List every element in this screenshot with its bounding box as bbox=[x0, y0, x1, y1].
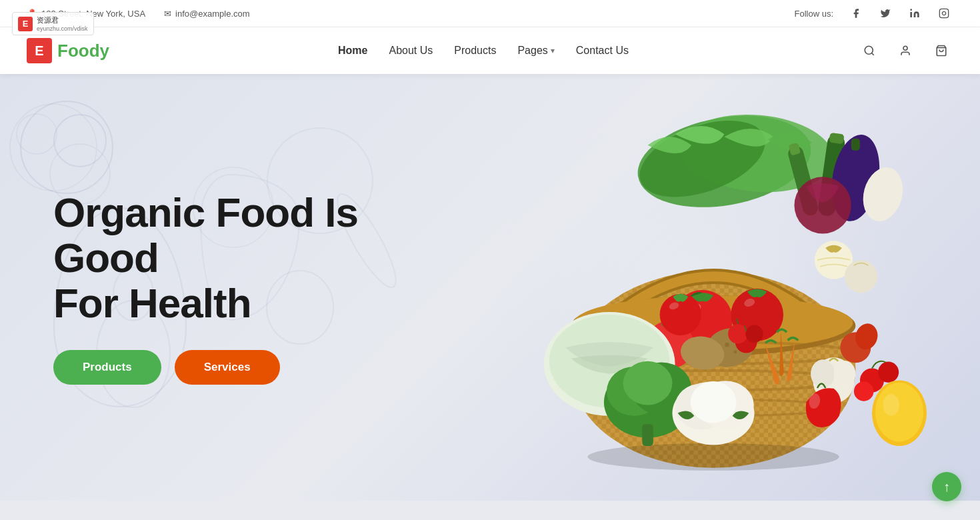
search-button[interactable] bbox=[857, 39, 881, 63]
scroll-top-button[interactable]: ↑ bbox=[932, 472, 961, 501]
svg-point-72 bbox=[854, 381, 874, 401]
products-button[interactable]: Products bbox=[53, 350, 161, 385]
twitter-icon[interactable] bbox=[876, 4, 895, 23]
svg-point-67 bbox=[834, 361, 856, 387]
hero-buttons: Products Services bbox=[53, 350, 380, 385]
cart-button[interactable] bbox=[929, 39, 953, 63]
hero-section: Organic Food Is Good For Health Products… bbox=[0, 74, 980, 501]
svg-rect-28 bbox=[851, 139, 860, 151]
svg-point-77 bbox=[875, 383, 923, 442]
user-icon bbox=[899, 45, 911, 57]
watermark-info: 资源君 eyunzhu.com/vdisk bbox=[37, 15, 88, 32]
nav-pages[interactable]: Pages ▾ bbox=[517, 42, 554, 59]
logo-badge: E bbox=[27, 38, 52, 63]
logo[interactable]: E Foody bbox=[27, 38, 109, 63]
chevron-down-icon: ▾ bbox=[551, 46, 555, 55]
cart-icon bbox=[935, 45, 947, 57]
svg-point-37 bbox=[587, 443, 839, 471]
services-button[interactable]: Services bbox=[175, 350, 280, 385]
svg-point-47 bbox=[725, 343, 729, 347]
svg-rect-1 bbox=[939, 9, 948, 17]
svg-line-4 bbox=[871, 53, 873, 55]
topbar-right: Follow us: bbox=[794, 4, 953, 23]
topbar-email: ✉ info@example.com bbox=[164, 9, 249, 19]
nav-products[interactable]: Products bbox=[454, 42, 496, 59]
svg-point-78 bbox=[883, 394, 899, 416]
topbar: 📍 123 Street, New York, USA ✉ info@examp… bbox=[0, 0, 980, 27]
follow-text: Follow us: bbox=[794, 9, 833, 19]
svg-point-5 bbox=[903, 46, 907, 50]
nav-actions bbox=[857, 39, 953, 63]
svg-point-51 bbox=[745, 325, 763, 343]
vegetable-basket-illustration bbox=[392, 74, 980, 501]
watermark-logo: E bbox=[18, 17, 33, 31]
instagram-icon[interactable] bbox=[935, 4, 953, 23]
nav-links: Home About Us Products Pages ▾ Contact U… bbox=[338, 42, 629, 59]
watermark-badge: E 资源君 eyunzhu.com/vdisk bbox=[12, 12, 94, 35]
svg-point-57 bbox=[623, 361, 673, 405]
svg-point-14 bbox=[17, 114, 57, 154]
svg-rect-58 bbox=[642, 424, 653, 446]
navbar: E Foody Home About Us Products Pages ▾ C… bbox=[0, 27, 980, 74]
svg-point-62 bbox=[691, 381, 737, 423]
hero-image-area bbox=[392, 74, 980, 501]
mail-icon: ✉ bbox=[164, 9, 171, 19]
svg-point-71 bbox=[878, 362, 899, 383]
nav-contact[interactable]: Contact Us bbox=[576, 42, 629, 59]
hero-content: Organic Food Is Good For Health Products… bbox=[0, 150, 433, 425]
svg-point-64 bbox=[845, 260, 877, 293]
facebook-icon[interactable] bbox=[847, 4, 865, 23]
logo-name: Foody bbox=[57, 41, 109, 61]
svg-point-48 bbox=[733, 350, 737, 353]
nav-home[interactable]: Home bbox=[338, 42, 367, 59]
linkedin-icon[interactable] bbox=[905, 4, 924, 23]
account-button[interactable] bbox=[893, 39, 917, 63]
svg-point-3 bbox=[865, 46, 873, 54]
svg-point-0 bbox=[910, 9, 912, 11]
search-icon bbox=[863, 45, 875, 57]
hero-title: Organic Food Is Good For Health bbox=[53, 190, 380, 327]
nav-about[interactable]: About Us bbox=[389, 42, 433, 59]
